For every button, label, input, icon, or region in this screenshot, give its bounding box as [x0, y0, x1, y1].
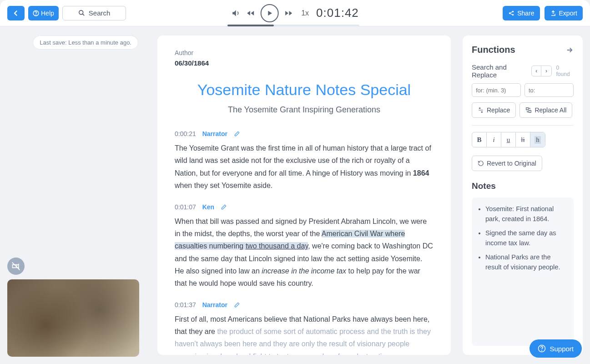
author-label: Author	[175, 49, 434, 56]
sr-label: Search and Replace	[472, 63, 531, 79]
revert-button[interactable]: Revert to Original	[472, 156, 542, 171]
format-toolbar: B i u li h	[472, 132, 545, 147]
note-item[interactable]: Yosemite: First national park, created i…	[485, 204, 566, 224]
support-icon	[538, 344, 546, 353]
export-label: Export	[559, 10, 577, 17]
functions-panel: Functions Search and Replace ‹ › 0 found	[463, 35, 583, 355]
transcript-segment[interactable]: 0:01:37NarratorFirst of all, most Americ…	[175, 301, 434, 355]
svg-point-2	[79, 10, 83, 15]
forward-icon[interactable]	[283, 9, 294, 18]
transcript-segment[interactable]: 0:01:07KenWhen that bill was passed and …	[175, 203, 434, 289]
notes-title: Notes	[472, 181, 574, 191]
search-icon	[78, 10, 85, 16]
support-label: Support	[550, 345, 574, 353]
search-label: Search	[89, 9, 111, 17]
notes-box[interactable]: Yosemite: First national park, created i…	[472, 197, 574, 346]
volume-icon[interactable]	[231, 9, 240, 18]
speed-toggle[interactable]: 1x	[301, 9, 309, 17]
player: 1x 0:01:42	[231, 4, 359, 22]
segment-time: 0:01:07	[175, 203, 196, 211]
help-icon	[33, 10, 39, 16]
support-button[interactable]: Support	[529, 339, 582, 358]
replace-to-input[interactable]	[524, 83, 574, 97]
note-item[interactable]: Signed the same day as income tax law.	[485, 228, 566, 248]
strike-button[interactable]: li	[516, 132, 530, 147]
doc-subtitle[interactable]: The Yosemite Grant Inspiring Generations	[175, 105, 434, 115]
segment-speaker[interactable]: Narrator	[202, 301, 227, 308]
timecode: 0:01:42	[316, 6, 359, 20]
arrow-left-icon	[12, 9, 20, 17]
segment-speaker[interactable]: Narrator	[202, 130, 227, 137]
replace-all-icon	[525, 107, 532, 113]
help-label: Help	[41, 10, 54, 17]
segment-time: 0:00:21	[175, 130, 196, 137]
bold-button[interactable]: B	[472, 132, 487, 147]
svg-point-1	[36, 15, 36, 15]
underline-button[interactable]: u	[501, 132, 516, 147]
play-button[interactable]	[260, 4, 278, 22]
video-toggle[interactable]	[7, 258, 25, 275]
edit-speaker-icon[interactable]	[221, 204, 227, 210]
edit-speaker-icon[interactable]	[234, 302, 240, 308]
panel-title: Functions	[472, 45, 515, 55]
highlight-button[interactable]: h	[530, 132, 545, 147]
share-button[interactable]: Share	[503, 6, 540, 20]
left-column: Last save: Less than a minute ago.	[0, 26, 146, 364]
segment-text[interactable]: When that bill was passed and signed by …	[175, 215, 434, 289]
svg-point-5	[512, 14, 514, 15]
rewind-icon[interactable]	[245, 9, 256, 18]
last-save-badge: Last save: Less than a minute ago.	[33, 35, 138, 50]
svg-rect-7	[529, 111, 531, 113]
sr-count: 0 found	[556, 65, 574, 77]
video-off-icon	[11, 262, 20, 271]
document: Author 06/30/1864 Yosemite Nature Notes …	[157, 35, 451, 355]
replace-icon	[478, 107, 484, 113]
note-item[interactable]: National Parks are the result of visiona…	[485, 252, 566, 273]
segment-text[interactable]: The Yosemite Grant was the first time in…	[175, 142, 434, 192]
svg-point-3	[509, 12, 511, 14]
svg-point-4	[512, 10, 514, 12]
replace-button[interactable]: Replace	[472, 102, 516, 118]
italic-button[interactable]: i	[487, 132, 501, 147]
back-button[interactable]	[7, 6, 25, 20]
edit-speaker-icon[interactable]	[234, 131, 240, 137]
svg-point-9	[542, 350, 542, 351]
doc-title[interactable]: Yosemite Nature Notes Special	[175, 80, 434, 100]
export-icon	[550, 10, 556, 16]
play-icon	[266, 10, 273, 17]
segment-text[interactable]: First of all, most Americans believe tha…	[175, 313, 434, 355]
doc-date: 06/30/1864	[175, 59, 434, 67]
collapse-icon[interactable]	[565, 46, 574, 54]
export-button[interactable]: Export	[545, 6, 583, 20]
replace-all-button[interactable]: Replace All	[519, 102, 572, 118]
share-icon	[508, 10, 514, 16]
revert-icon	[478, 160, 484, 167]
search-for-input[interactable]	[472, 83, 521, 97]
svg-rect-6	[526, 108, 529, 110]
video-thumbnail[interactable]	[7, 279, 139, 357]
sr-next[interactable]: ›	[541, 66, 551, 76]
topbar: Help Search 1x 0:01:42 Share	[0, 0, 590, 26]
sr-prev[interactable]: ‹	[532, 66, 541, 76]
segment-time: 0:01:37	[175, 301, 196, 308]
progress-bar[interactable]	[227, 25, 359, 26]
help-button[interactable]: Help	[28, 6, 59, 20]
segment-speaker[interactable]: Ken	[202, 203, 214, 211]
share-label: Share	[517, 10, 534, 17]
transcript-segment[interactable]: 0:00:21NarratorThe Yosemite Grant was th…	[175, 130, 434, 192]
search-button[interactable]: Search	[62, 6, 126, 20]
